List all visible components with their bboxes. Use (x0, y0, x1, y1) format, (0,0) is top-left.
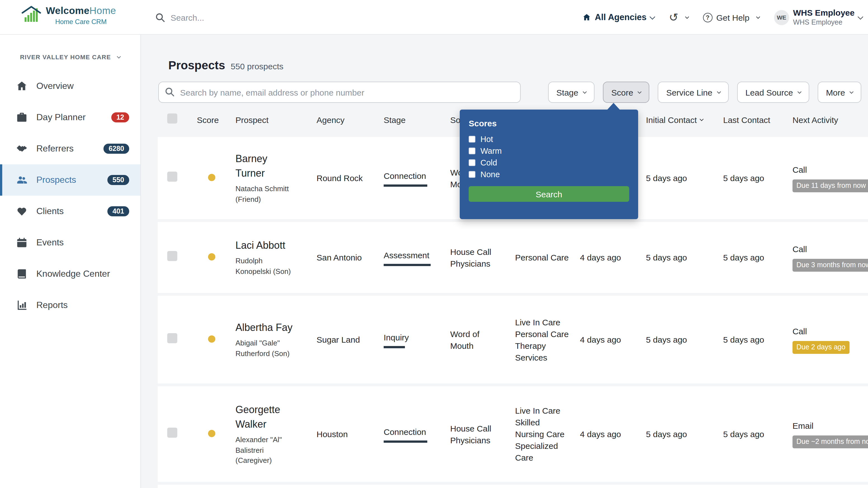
header-score: Score (191, 115, 230, 124)
sidebar-item-label: Overview (36, 81, 73, 91)
sidebar-item-overview[interactable]: Overview (0, 70, 141, 102)
header-last-contact: Last Contact (718, 115, 787, 124)
sidebar-item-label: Knowledge Center (36, 269, 110, 279)
next-activity-badge: Due 11 days from now (793, 180, 868, 192)
global-search[interactable] (155, 0, 293, 35)
stage-cell: Connection (378, 426, 445, 443)
filter-more-button[interactable]: More (818, 82, 861, 103)
next-activity-type: Call (793, 243, 868, 255)
prospect-name[interactable]: Barney Turner (236, 152, 293, 181)
chevron-down-icon (717, 90, 721, 93)
chevron-down-icon (849, 90, 854, 93)
row-checkbox[interactable] (167, 172, 177, 182)
initial-contact-cell: 5 days ago (640, 334, 718, 346)
sidebar: RIVER VALLEY HOME CARE Overview Day Plan… (0, 35, 141, 488)
main-content: Prospects 550 prospects Stage Score Serv… (141, 35, 868, 488)
prospect-name[interactable]: Laci Abbott (236, 238, 293, 253)
last-contact-cell: 5 days ago (718, 252, 787, 263)
sidebar-item-referrers[interactable]: Referrers 6280 (0, 133, 141, 164)
next-activity-type: Call (793, 326, 868, 337)
score-option-warm[interactable]: Warm (469, 145, 629, 157)
sidebar-item-reports[interactable]: Reports (0, 290, 141, 321)
page-title: Prospects (168, 59, 225, 72)
handshake-icon (16, 142, 28, 155)
prospect-search-input[interactable] (158, 82, 521, 103)
chevron-down-icon (638, 90, 642, 93)
checkbox-icon[interactable] (469, 147, 475, 154)
agency-cell: Houston (311, 428, 378, 440)
agency-cell: San Antonio (311, 252, 378, 263)
agency-cell: Sugar Land (311, 334, 378, 346)
date-cell: 4 days ago (575, 252, 640, 263)
agencies-selector[interactable]: All Agencies (582, 12, 654, 22)
sidebar-item-label: Referrers (36, 144, 73, 154)
score-option-hot[interactable]: Hot (469, 133, 629, 145)
filter-stage-button[interactable]: Stage (548, 82, 594, 103)
filter-score-button[interactable]: Score (603, 82, 649, 103)
sidebar-item-clients[interactable]: Clients 401 (0, 196, 141, 227)
service-line-cell: Personal Care (509, 252, 575, 263)
header-next-activity: Next Activity (787, 115, 868, 124)
dropdown-caret-icon (608, 103, 620, 109)
score-dot (208, 430, 215, 437)
source-cell: House Call Physicians (445, 422, 509, 446)
brand-logo[interactable]: WelcomeHome Home Care CRM (21, 5, 116, 26)
agency-cell: Round Rock (311, 172, 378, 184)
filter-service-line-button[interactable]: Service Line (658, 82, 728, 103)
avatar: WE (774, 10, 789, 25)
sidebar-item-label: Day Planner (36, 112, 86, 122)
header-agency: Agency (311, 115, 378, 124)
row-checkbox[interactable] (167, 333, 177, 343)
agency-selector[interactable]: RIVER VALLEY HOME CARE (0, 54, 141, 60)
date-cell: 4 days ago (575, 334, 640, 346)
initial-contact-cell: 5 days ago (640, 172, 718, 184)
user-name: WHS Employee (793, 8, 855, 19)
filter-lead-source-button[interactable]: Lead Source (737, 82, 809, 103)
source-cell: House Call Physicians (445, 246, 509, 269)
prospect-name[interactable]: Georgette Walker (236, 402, 293, 431)
prospect-name[interactable]: Albertha Fay (236, 321, 293, 335)
stage-progress-bar (384, 184, 427, 187)
sidebar-item-knowledge-center[interactable]: Knowledge Center (0, 258, 141, 290)
global-search-input[interactable] (170, 12, 293, 22)
history-button[interactable]: ↺ (669, 12, 688, 23)
logo-house-icon (21, 5, 41, 23)
home-icon (16, 80, 28, 92)
help-icon: ? (703, 12, 713, 22)
row-checkbox[interactable] (167, 251, 177, 261)
get-help-button[interactable]: ? Get Help (703, 12, 760, 22)
sidebar-item-prospects[interactable]: Prospects 550 (0, 164, 141, 196)
stage-cell: Connection (378, 170, 445, 187)
chevron-down-icon (583, 90, 587, 93)
checkbox-icon[interactable] (469, 171, 475, 177)
prospect-relative: Natacha Schmitt (Friend) (236, 184, 293, 204)
table-row[interactable]: Albertha Fay Abigail "Gale" Rutherford (… (158, 296, 868, 384)
score-option-cold[interactable]: Cold (469, 157, 629, 168)
brand-subtitle: Home Care CRM (55, 18, 106, 26)
row-checkbox[interactable] (167, 428, 177, 438)
sidebar-badge: 550 (107, 175, 129, 185)
stage-progress-bar (384, 264, 431, 266)
sidebar-item-label: Clients (36, 206, 64, 216)
next-activity-badge: Due 2 days ago (793, 341, 849, 354)
next-activity-type: Call (793, 164, 868, 176)
last-contact-cell: 5 days ago (718, 334, 787, 346)
header-prospect: Prospect (230, 115, 311, 124)
checkbox-icon[interactable] (469, 135, 475, 142)
sidebar-item-events[interactable]: Events (0, 227, 141, 258)
table-row[interactable]: Georgette Walker Alexander "Al" Balistre… (158, 386, 868, 482)
table-row[interactable] (158, 485, 868, 488)
sort-chevron-icon (700, 117, 704, 121)
sidebar-item-day-planner[interactable]: Day Planner 12 (0, 102, 141, 133)
score-dot (208, 253, 215, 260)
score-search-button[interactable]: Search (469, 186, 629, 202)
search-icon (155, 12, 165, 22)
select-all-checkbox[interactable] (167, 113, 177, 123)
next-activity-badge: Due 3 months from now (793, 259, 868, 272)
header-initial-contact[interactable]: Initial Contact (640, 115, 718, 124)
user-menu[interactable]: WE WHS Employee WHS Employee (774, 8, 862, 27)
score-option-none[interactable]: None (469, 168, 629, 180)
stage-cell: Inquiry (378, 331, 445, 348)
table-row[interactable]: Laci Abbott Rudolph Konopelski (Son) San… (158, 222, 868, 293)
checkbox-icon[interactable] (469, 159, 475, 166)
